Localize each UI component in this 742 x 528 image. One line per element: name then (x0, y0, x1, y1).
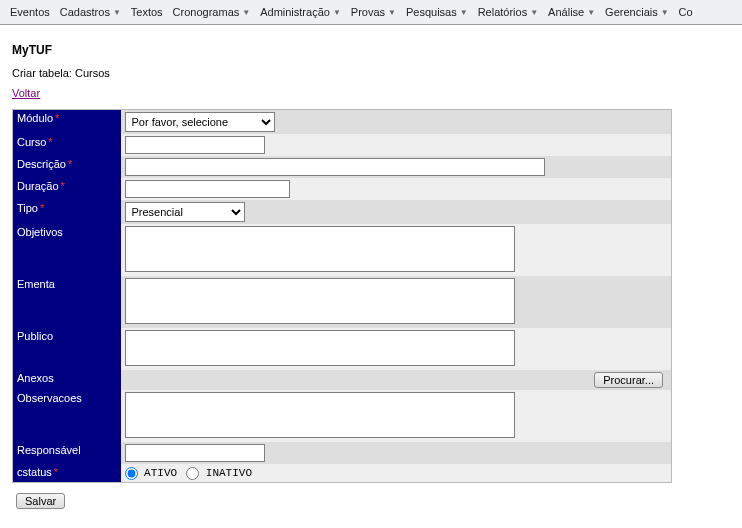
cstatus-ativo-radio[interactable] (125, 467, 138, 480)
chevron-down-icon: ▼ (388, 8, 396, 17)
menu-textos[interactable]: Textos (127, 4, 167, 20)
menu-provas[interactable]: Provas▼ (347, 4, 400, 20)
duracao-input[interactable] (125, 180, 290, 198)
chevron-down-icon: ▼ (333, 8, 341, 17)
menu-label: Relatórios (478, 6, 528, 18)
menu-eventos[interactable]: Eventos (6, 4, 54, 20)
menu-label: Administração (260, 6, 330, 18)
label-publico: Publico (13, 328, 121, 370)
menu-label: Pesquisas (406, 6, 457, 18)
menu-label: Eventos (10, 6, 50, 18)
form-table: Módulo* Por favor, selecione Curso* Desc… (12, 109, 672, 483)
responsavel-input[interactable] (125, 444, 265, 462)
chevron-down-icon: ▼ (587, 8, 595, 17)
menu-cronogramas[interactable]: Cronogramas▼ (169, 4, 255, 20)
save-button[interactable]: Salvar (16, 493, 65, 509)
label-tipo: Tipo* (13, 200, 121, 224)
label-cstatus: cstatus* (13, 464, 121, 482)
menu-co[interactable]: Co (675, 4, 697, 20)
descricao-input[interactable] (125, 158, 545, 176)
label-curso: Curso* (13, 134, 121, 156)
cstatus-inativo-radio[interactable] (186, 467, 199, 480)
menu-relatorios[interactable]: Relatórios▼ (474, 4, 542, 20)
menu-label: Provas (351, 6, 385, 18)
label-modulo: Módulo* (13, 110, 121, 135)
publico-textarea[interactable] (125, 330, 515, 366)
chevron-down-icon: ▼ (460, 8, 468, 17)
menu-label: Cadastros (60, 6, 110, 18)
tipo-select[interactable]: Presencial (125, 202, 245, 222)
menu-administracao[interactable]: Administração▼ (256, 4, 345, 20)
objetivos-textarea[interactable] (125, 226, 515, 272)
label-descricao: Descrição* (13, 156, 121, 178)
menu-label: Análise (548, 6, 584, 18)
back-link[interactable]: Voltar (12, 87, 40, 99)
chevron-down-icon: ▼ (242, 8, 250, 17)
chevron-down-icon: ▼ (113, 8, 121, 17)
label-ementa: Ementa (13, 276, 121, 328)
menu-analise[interactable]: Análise▼ (544, 4, 599, 20)
menu-cadastros[interactable]: Cadastros▼ (56, 4, 125, 20)
label-anexos: Anexos (13, 370, 121, 390)
menu-label: Textos (131, 6, 163, 18)
page-subtitle: Criar tabela: Cursos (12, 67, 730, 79)
label-duracao: Duração* (13, 178, 121, 200)
app-title: MyTUF (12, 43, 730, 57)
top-menubar: Eventos Cadastros▼ Textos Cronogramas▼ A… (0, 0, 742, 25)
browse-button[interactable]: Procurar... (594, 372, 663, 388)
chevron-down-icon: ▼ (530, 8, 538, 17)
label-responsavel: Responsável (13, 442, 121, 464)
chevron-down-icon: ▼ (661, 8, 669, 17)
observacoes-textarea[interactable] (125, 392, 515, 438)
cstatus-ativo-label[interactable]: ATIVO (125, 467, 178, 479)
menu-gerenciais[interactable]: Gerenciais▼ (601, 4, 673, 20)
menu-label: Gerenciais (605, 6, 658, 18)
label-objetivos: Objetivos (13, 224, 121, 276)
menu-label: Co (679, 6, 693, 18)
cstatus-inativo-label[interactable]: INATIVO (186, 467, 252, 479)
menu-pesquisas[interactable]: Pesquisas▼ (402, 4, 472, 20)
label-observacoes: Observacoes (13, 390, 121, 442)
menu-label: Cronogramas (173, 6, 240, 18)
ementa-textarea[interactable] (125, 278, 515, 324)
modulo-select[interactable]: Por favor, selecione (125, 112, 275, 132)
curso-input[interactable] (125, 136, 265, 154)
